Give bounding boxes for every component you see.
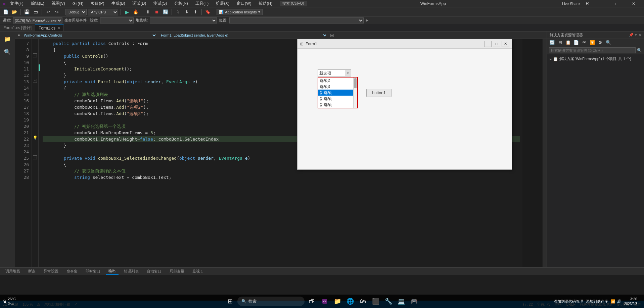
collapse-btn-13[interactable]: − <box>33 79 37 83</box>
namespace-dropdown[interactable]: WinFormsApp.Controls <box>22 32 157 38</box>
panel-close-btn[interactable]: ✕ <box>638 33 641 37</box>
se-filter-btn[interactable]: 🔽 <box>589 39 596 46</box>
menu-git[interactable]: Git(G) <box>70 1 86 7</box>
taskbar-start-btn[interactable]: ⊞ <box>225 296 235 307</box>
maximize-btn[interactable]: □ <box>609 0 625 7</box>
clock-widget[interactable]: 3:26 2023/9/3 <box>624 297 637 306</box>
combo-arrow[interactable]: ▾ <box>345 70 351 76</box>
collapse-btn-25[interactable]: − <box>33 155 37 159</box>
process-dropdown[interactable]: [3176] WinFormsApp.exe <box>13 17 62 23</box>
menu-analyze[interactable]: 分析(N) <box>172 0 191 7</box>
bottom-tab-output[interactable]: 输出 <box>106 268 119 275</box>
thread-dropdown[interactable] <box>100 17 134 23</box>
hot-reload-btn[interactable]: 🔥 <box>132 8 139 16</box>
taskbar-add-code-btn[interactable]: 添加到源代码管理 <box>554 299 583 304</box>
bottom-tab-locals[interactable]: 局部变量 <box>167 268 187 274</box>
step-out-btn[interactable]: ⬆ <box>192 8 199 16</box>
menu-project[interactable]: 项目(P) <box>88 0 107 7</box>
panel-pin-btn[interactable]: 📌 <box>629 33 634 37</box>
combo-opt-2[interactable]: 选项3 <box>318 84 357 90</box>
se-pending-btn[interactable]: 📋 <box>564 39 572 46</box>
expand-icon[interactable]: ⊞ <box>330 33 334 38</box>
taskbar-edge-btn[interactable]: 🌐 <box>345 296 356 307</box>
bottom-tab-immediate[interactable]: 即时窗口 <box>83 268 103 274</box>
taskbar-app1-btn[interactable]: 🔧 <box>383 296 394 307</box>
bottom-tab-auto[interactable]: 自动窗口 <box>144 268 164 274</box>
pause-btn[interactable]: ⏸ <box>144 8 152 16</box>
menu-tools[interactable]: 工具(T) <box>193 0 211 7</box>
bottom-tab-callstack[interactable]: 调用堆栈 <box>3 268 23 274</box>
close-btn[interactable]: ✕ <box>626 0 641 7</box>
combo-opt-3[interactable]: 新选项 <box>318 90 357 96</box>
se-new-file-btn[interactable]: 📄 <box>572 39 580 46</box>
se-collapse-btn[interactable]: ⊟ <box>556 39 564 46</box>
search-icon[interactable]: 🔍 <box>2 46 13 57</box>
tab-form1-design[interactable]: Form1.cs [设计] <box>0 24 35 31</box>
account-icon[interactable]: R <box>584 1 591 6</box>
weather-widget[interactable]: 🌤 26°C 多云 <box>3 297 16 306</box>
menu-debug[interactable]: 调试(D) <box>130 0 149 7</box>
menu-view[interactable]: 视图(V) <box>49 0 68 7</box>
editor-scrollbar[interactable] <box>543 39 547 267</box>
undo-btn[interactable]: ↩ <box>44 8 52 16</box>
taskbar-app3-btn[interactable]: 🎮 <box>409 296 419 307</box>
tab-close-btn[interactable]: ✕ <box>57 26 60 30</box>
step-over-btn[interactable]: ⤵ <box>174 8 182 16</box>
location-expand-btn[interactable]: ▶ <box>366 18 368 22</box>
location-dropdown[interactable] <box>229 17 364 23</box>
menu-file[interactable]: 文件(F) <box>7 0 26 7</box>
combo-opt-1[interactable]: 选项2 <box>318 78 357 84</box>
system-tray[interactable]: 📶 🔊 <box>611 299 622 304</box>
se-show-all-btn[interactable]: 👁 <box>581 39 588 46</box>
combo-scrollbar[interactable] <box>353 78 357 108</box>
save-btn[interactable]: 💾 <box>23 8 31 16</box>
step-into-btn[interactable]: ⬇ <box>183 8 190 16</box>
bottom-tab-exceptions[interactable]: 异常设置 <box>41 268 61 274</box>
se-sync-btn[interactable]: 🔄 <box>548 39 556 46</box>
panel-chevron-btn[interactable]: ▾ <box>635 33 637 37</box>
taskbar-task-view-btn[interactable]: 🗗 <box>307 296 317 307</box>
combo-opt-4[interactable]: 新选项 <box>318 96 357 102</box>
open-btn[interactable]: 📂 <box>11 8 18 16</box>
form-minimize-btn[interactable]: ─ <box>484 41 492 47</box>
search-btn[interactable]: 🔍 <box>637 48 642 53</box>
se-search-btn[interactable]: 🔍 <box>605 39 612 46</box>
app-insights-btn[interactable]: 📊 Application Insights ▾ <box>217 9 263 15</box>
taskbar-explorer-btn[interactable]: 📁 <box>332 296 343 307</box>
se-settings-btn[interactable]: ⚙ <box>597 39 604 46</box>
cpu-dropdown[interactable]: Any CPU <box>88 9 118 15</box>
combo-opt-5[interactable]: 新选项 <box>318 102 357 108</box>
collapse-btn-9[interactable]: − <box>33 53 37 57</box>
menu-window[interactable]: 窗口(W) <box>234 0 254 7</box>
debug-config-dropdown[interactable]: Debug <box>65 9 87 15</box>
combobox1[interactable]: 新选项 ▾ <box>318 69 351 77</box>
redo-btn[interactable]: ↪ <box>53 8 60 16</box>
bottom-tab-breakpoints[interactable]: 断点 <box>26 268 38 274</box>
start-debug-btn[interactable]: ▶ <box>123 8 131 16</box>
new-file-btn[interactable]: 📄 <box>2 8 9 16</box>
restart-btn[interactable]: 🔄 <box>162 8 169 16</box>
lightbulb-icon-22[interactable]: 💡 <box>33 136 38 140</box>
show-desktop-btn[interactable] <box>640 296 641 307</box>
taskbar-terminal-btn[interactable]: ⬛ <box>370 296 381 307</box>
solution-explorer-search-input[interactable] <box>549 47 636 53</box>
bookmark-btn[interactable]: 🔖 <box>204 8 212 16</box>
taskbar-add-repo-btn[interactable]: 添加到储存库 <box>586 299 608 304</box>
bottom-tab-watch1[interactable]: 监视 1 <box>190 268 205 274</box>
tab-form1-code[interactable]: Form1.cs ✕ <box>35 24 64 31</box>
explorer-icon[interactable]: 📁 <box>2 34 13 44</box>
method-dropdown[interactable]: Form1_Load(object sender, EventArgs e) <box>159 32 327 38</box>
taskbar-app2-btn[interactable]: 💻 <box>396 296 407 307</box>
save-all-btn[interactable]: 🗃 <box>32 8 39 16</box>
form-maximize-btn[interactable]: □ <box>493 41 500 47</box>
bottom-tab-command[interactable]: 命令窗 <box>64 268 80 274</box>
button1[interactable]: button1 <box>366 89 392 97</box>
stack-dropdown[interactable] <box>150 17 217 23</box>
taskbar-vs-btn[interactable]: VS <box>319 296 330 307</box>
live-share-btn[interactable]: Live Share <box>559 1 583 6</box>
taskbar-msstore-btn[interactable]: 🛍 <box>358 296 368 307</box>
menu-test[interactable]: 测试(S) <box>151 0 170 7</box>
menu-edit[interactable]: 编辑(E) <box>28 0 47 7</box>
stop-btn[interactable]: ⏹ <box>153 8 160 16</box>
menu-build[interactable]: 生成(B) <box>109 0 128 7</box>
